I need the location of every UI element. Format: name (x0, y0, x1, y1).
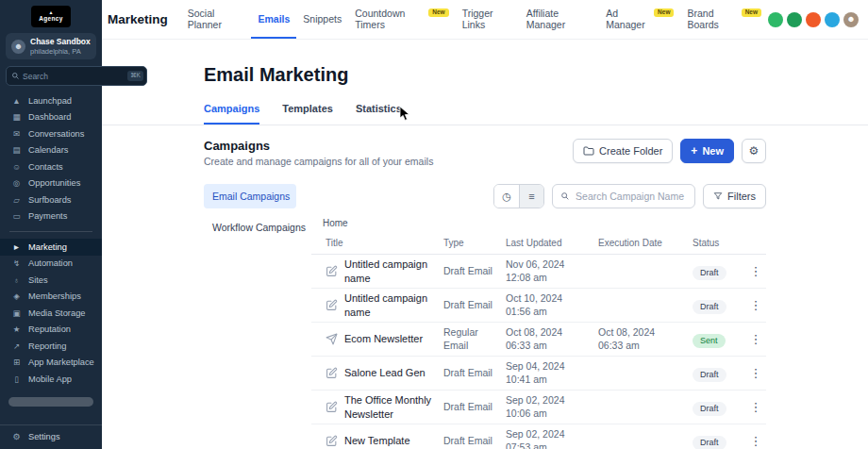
status-badge: Draft (693, 266, 726, 280)
campaigns-subnav: Email Campaigns Workflow Campaigns (204, 184, 296, 449)
history-view-button[interactable]: ◷ (494, 185, 519, 208)
section-head: Campaigns Create and manage campaigns fo… (204, 139, 766, 167)
col-status: Status (693, 238, 745, 248)
table-row[interactable]: Untitled campaign name Draft Email Nov 0… (311, 255, 766, 289)
campaign-search-input[interactable] (576, 191, 689, 202)
sidebar-item-reporting[interactable]: ↗Reporting (0, 338, 102, 355)
app-window: ▲ Agency ☻ Chase Sandbox philadelphia, P… (0, 0, 868, 449)
list-view-button[interactable]: ≡ (519, 185, 543, 208)
campaign-execution-date: Oct 08, 2024 06:33 am (598, 326, 693, 352)
sidebar-item-mobile-app[interactable]: ▯Mobile App (0, 371, 102, 388)
campaign-title: New Template (344, 434, 410, 447)
tab-snippets[interactable]: Snippets (296, 0, 348, 39)
new-badge: New (654, 8, 674, 18)
row-menu-button[interactable]: ⋮ (745, 400, 766, 414)
filters-button[interactable]: Filters (703, 184, 766, 208)
table-header: Title Type Last Updated Execution Date S… (311, 232, 766, 255)
row-menu-button[interactable]: ⋮ (745, 298, 766, 312)
table-row[interactable]: Salone Lead Gen Draft Email Sep 04, 2024… (311, 357, 766, 391)
col-type: Type (443, 238, 506, 248)
sidebar-item-payments[interactable]: ▭Payments (0, 208, 102, 225)
campaign-title: Untitled campaign name (344, 258, 436, 285)
sidebar-item-reputation[interactable]: ★Reputation (0, 322, 102, 339)
campaign-title-cell: Salone Lead Gen (311, 366, 443, 379)
sidebar-item-conversations[interactable]: ✉Conversations (0, 125, 102, 142)
row-menu-button[interactable]: ⋮ (745, 264, 766, 278)
sidebar-item-opportunities[interactable]: ◎Opportunities (0, 175, 102, 192)
breadcrumb[interactable]: Home (323, 218, 766, 228)
table-row[interactable]: Ecom Newsletter Regular Email Oct 08, 20… (311, 323, 766, 357)
campaign-type: Draft Email (443, 435, 506, 448)
avatar-orange[interactable] (806, 12, 821, 27)
sidebar-item-memberships[interactable]: ◈Memberships (0, 289, 102, 306)
star-icon: ★ (11, 324, 22, 334)
main-content: Marketing Social Planner Emails Snippets… (102, 0, 868, 449)
tab-countdown-timers[interactable]: Countdown TimersNew (348, 0, 455, 39)
compose-icon (326, 265, 338, 277)
section-title: Campaigns (204, 139, 433, 153)
section-subtitle: Create and manage campaigns for all of y… (204, 156, 433, 167)
tab-trigger-links[interactable]: Trigger Links (456, 0, 520, 39)
compose-icon (326, 401, 338, 413)
campaign-search[interactable] (552, 184, 695, 208)
status-badge: Sent (693, 334, 726, 348)
row-menu-button[interactable]: ⋮ (745, 332, 766, 346)
campaign-last-updated: Oct 08, 2024 06:33 am (506, 326, 598, 352)
sidebar-item-automation[interactable]: ↯Automation (0, 256, 102, 273)
create-folder-button[interactable]: Create Folder (573, 139, 673, 163)
media-icon: ▣ (11, 308, 22, 318)
sidebar-item-media-storage[interactable]: ▣Media Storage (0, 305, 102, 322)
table-row[interactable]: New Template Draft Email Sep 02, 2024 07… (311, 424, 766, 449)
table-row[interactable]: The Office Monthly Newsletter Draft Emai… (311, 391, 766, 424)
agency-logo-label: Agency (39, 15, 62, 23)
tab-brand-boards[interactable]: Brand BoardsNew (680, 0, 768, 39)
subnav-workflow-campaigns[interactable]: Workflow Campaigns (204, 215, 296, 240)
tab-campaigns[interactable]: Campaigns (204, 103, 259, 125)
col-execution-date: Execution Date (598, 238, 693, 248)
campaign-title-cell: Ecom Newsletter (311, 332, 443, 345)
sidebar-item-app-marketplace[interactable]: ⊞App Marketplace (0, 355, 102, 372)
tab-affiliate-manager[interactable]: Affiliate Manager (520, 0, 599, 39)
sidebar-item-sites[interactable]: ♁Sites (0, 272, 102, 289)
settings-gear-button[interactable]: ⚙ (742, 139, 766, 163)
phone-icon: ▯ (11, 374, 22, 384)
chart-icon: ↗ (11, 341, 22, 351)
sidebar-item-dashboard[interactable]: ▦Dashboard (0, 109, 102, 126)
compose-icon (326, 367, 338, 379)
tab-templates[interactable]: Templates (282, 103, 333, 125)
search-icon (560, 191, 570, 201)
row-menu-button[interactable]: ⋮ (745, 366, 766, 380)
campaign-title: Salone Lead Gen (344, 366, 426, 379)
account-switcher[interactable]: ☻ Chase Sandbox philadelphia, PA (6, 33, 96, 59)
page-tabs-bar: Campaigns Templates Statistics (102, 103, 868, 125)
avatar-user[interactable]: ☻ (843, 12, 859, 27)
agency-logo[interactable]: ▲ Agency (31, 6, 71, 27)
col-last-updated: Last Updated (506, 238, 598, 248)
sidebar-item-launchpad[interactable]: ▲Launchpad (0, 92, 102, 109)
sidebar-item-calendars[interactable]: ▤Calendars (0, 142, 102, 159)
subnav-email-campaigns[interactable]: Email Campaigns (204, 184, 296, 208)
sidebar: ▲ Agency ☻ Chase Sandbox philadelphia, P… (0, 0, 102, 449)
tab-ad-manager[interactable]: Ad ManagerNew (599, 0, 680, 39)
campaign-type: Regular Email (443, 326, 506, 352)
row-menu-button[interactable]: ⋮ (745, 434, 766, 448)
campaign-last-updated: Oct 10, 2024 01:56 am (506, 292, 598, 318)
sidebar-nav: ▲Launchpad ▦Dashboard ✉Conversations ▤Ca… (0, 92, 102, 388)
bolt-icon: ↯ (11, 258, 22, 268)
sidebar-item-contacts[interactable]: ☺Contacts (0, 158, 102, 175)
campaign-type: Draft Email (443, 401, 506, 414)
tab-emails[interactable]: Emails (251, 0, 296, 39)
tab-statistics[interactable]: Statistics (356, 103, 402, 125)
sidebar-item-settings[interactable]: ⚙ Settings (0, 424, 102, 449)
header-app-icons: ☻ (768, 12, 859, 27)
sidebar-item-surfboards[interactable]: ▱Surfboards (0, 191, 102, 208)
sidebar-item-marketing[interactable]: ►Marketing (0, 239, 102, 256)
avatar-green[interactable] (768, 12, 783, 27)
avatar-blue[interactable] (825, 12, 840, 27)
new-button[interactable]: + New (680, 139, 734, 163)
table-row[interactable]: Untitled campaign name Draft Email Oct 1… (311, 289, 766, 323)
status-badge: Draft (693, 436, 726, 449)
sidebar-search-row: ⌘K + (6, 66, 96, 86)
tab-social-planner[interactable]: Social Planner (181, 0, 252, 39)
avatar-green-dark[interactable] (787, 12, 802, 27)
